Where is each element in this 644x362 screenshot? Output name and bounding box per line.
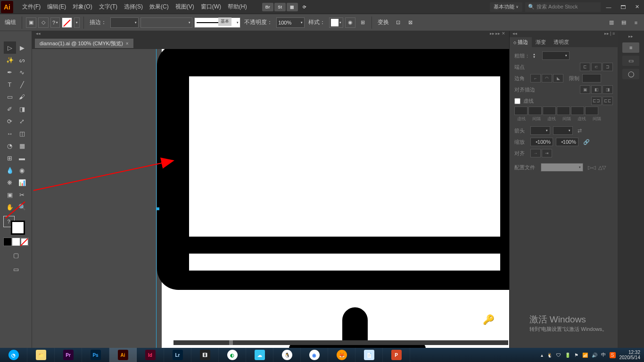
style-swatch[interactable]: ▾ bbox=[329, 17, 343, 28]
menu-view[interactable]: 视图(V) bbox=[172, 3, 198, 11]
cap-butt-icon[interactable]: ⊏ bbox=[580, 63, 590, 71]
task-chrome[interactable]: ◉ bbox=[301, 348, 328, 362]
tray-shield-icon[interactable]: 🛡 bbox=[556, 353, 561, 358]
corner-round-icon[interactable]: ◠ bbox=[542, 74, 552, 82]
panel-toggle-right-icon[interactable]: ▸▸ ▸▸ ✕ bbox=[490, 31, 505, 38]
transform-icon1[interactable]: ⊡ bbox=[393, 17, 403, 28]
menu-edit[interactable]: 编辑(E) bbox=[44, 3, 69, 11]
gap-1-input[interactable] bbox=[528, 107, 542, 115]
arrange-icon[interactable]: ▦ bbox=[287, 3, 298, 11]
eyedropper-tool[interactable]: 💧 bbox=[4, 164, 16, 176]
align-icon[interactable]: ⊞ bbox=[357, 17, 368, 28]
workspace-switcher[interactable]: 基本功能 ∨ bbox=[490, 2, 522, 12]
corner-bevel-icon[interactable]: ◣ bbox=[553, 74, 563, 82]
task-xunlei[interactable]: ◐ bbox=[219, 348, 246, 362]
profile-dropdown[interactable]: ▾ bbox=[541, 163, 583, 172]
arrow-align-2-icon[interactable]: ⇥ bbox=[542, 149, 552, 157]
task-qqbrowser[interactable]: ☁ bbox=[246, 348, 273, 362]
dash-2-input[interactable] bbox=[543, 107, 556, 115]
panel-toggle-icon[interactable]: ◂◂ bbox=[36, 31, 41, 38]
libraries-panel-icon[interactable]: ◯ bbox=[622, 69, 639, 79]
symbol-sprayer-tool[interactable]: ❋ bbox=[4, 176, 16, 189]
task-explorer[interactable]: 📁 bbox=[27, 348, 55, 362]
rectangle-tool[interactable]: ▭ bbox=[4, 90, 16, 103]
panel-menu-icon[interactable]: ≡ bbox=[631, 17, 641, 28]
tray-sogou-icon[interactable]: S bbox=[610, 352, 616, 358]
type-tool[interactable]: T bbox=[4, 78, 16, 90]
eraser-tool[interactable]: ◨ bbox=[16, 103, 28, 115]
transparency-panel-tab[interactable]: 透明度 bbox=[550, 37, 573, 47]
isolate-icon2[interactable]: ▤ bbox=[619, 17, 629, 28]
recolor-icon[interactable]: ◉ bbox=[345, 17, 355, 28]
dash-3-input[interactable] bbox=[571, 107, 584, 115]
lasso-tool[interactable]: ᔕ bbox=[16, 54, 28, 66]
panel-collapse-left-icon[interactable]: ◂◂ bbox=[512, 31, 517, 37]
flip-horiz-icon[interactable]: ▷◁ bbox=[588, 165, 595, 171]
shaper-tool[interactable]: ✐ bbox=[4, 103, 16, 115]
arrow-end-dropdown[interactable]: ▾ bbox=[553, 126, 573, 135]
transform-label[interactable]: 变换 bbox=[378, 18, 389, 26]
document-tab[interactable]: diannao(1).ai @ 100% (CMYK/预览) × bbox=[35, 39, 133, 48]
brush-dropdown[interactable]: ▾ bbox=[140, 17, 192, 28]
tray-qq-icon[interactable]: 🐧 bbox=[547, 353, 553, 358]
menu-select[interactable]: 选择(S) bbox=[121, 3, 146, 11]
selection-tool[interactable]: ▷ bbox=[4, 41, 16, 54]
fill-dropdown[interactable]: ▾ bbox=[74, 17, 80, 28]
tray-volume-icon[interactable]: 🔊 bbox=[592, 353, 597, 358]
bbox-icon[interactable]: ▣ bbox=[26, 17, 36, 28]
help-dropdown[interactable]: ?▾ bbox=[50, 17, 60, 28]
arrow-scale-2[interactable]: ◂100% bbox=[556, 138, 578, 146]
screen-mode-icon[interactable]: ▭ bbox=[10, 263, 22, 275]
width-tool[interactable]: ↔ bbox=[4, 127, 16, 140]
panel-collapse-right-icon[interactable]: ▸▸ | ≡ bbox=[604, 31, 615, 37]
draw-mode-icon[interactable]: ▢ bbox=[10, 249, 22, 261]
cap-round-icon[interactable]: ⊂ bbox=[591, 63, 602, 71]
task-illustrator[interactable]: Ai bbox=[109, 348, 137, 362]
gradient-panel-tab[interactable]: 渐变 bbox=[532, 37, 550, 47]
limit-input[interactable] bbox=[582, 74, 601, 82]
tray-date[interactable]: 2020/5/14 bbox=[619, 355, 641, 360]
tab-close-icon[interactable]: × bbox=[126, 41, 129, 46]
menu-effect[interactable]: 效果(C) bbox=[146, 3, 172, 11]
task-firefox[interactable]: 🦊 bbox=[328, 348, 355, 362]
gpu-icon[interactable]: ⟳ bbox=[299, 3, 310, 11]
tray-flag-icon[interactable]: ⚑ bbox=[574, 353, 578, 358]
isolate-icon[interactable]: ▥ bbox=[606, 17, 617, 28]
corner-miter-icon[interactable]: ⌐ bbox=[530, 74, 541, 82]
task-powerpoint[interactable]: P bbox=[383, 348, 410, 362]
task-photoshop[interactable]: Ps bbox=[82, 348, 109, 362]
arrow-scale-1[interactable]: ◂100% bbox=[530, 138, 553, 146]
canvas[interactable] bbox=[32, 49, 509, 354]
tray-time[interactable]: 12:32 bbox=[619, 350, 641, 355]
paintbrush-tool[interactable]: 🖌 bbox=[16, 90, 28, 103]
layers-panel-icon[interactable]: ▭ bbox=[622, 56, 639, 66]
curvature-tool[interactable]: ∿ bbox=[16, 66, 28, 78]
gap-2-input[interactable] bbox=[557, 107, 570, 115]
transform-icon2[interactable]: ⊠ bbox=[405, 17, 415, 28]
shape-builder-tool[interactable]: ◔ bbox=[4, 140, 16, 152]
menu-object[interactable]: 对象(O) bbox=[69, 3, 95, 11]
menu-text[interactable]: 文字(T) bbox=[96, 3, 121, 11]
pen-tool[interactable]: ✒ bbox=[4, 66, 16, 78]
stock-icon[interactable]: St bbox=[274, 3, 286, 11]
cap-square-icon[interactable]: ⊐ bbox=[603, 63, 613, 71]
task-media[interactable]: 🎞 bbox=[191, 348, 219, 362]
gradient-tool[interactable]: ▬ bbox=[16, 152, 28, 164]
task-360[interactable]: ◔ bbox=[0, 348, 27, 362]
arrow-align-1-icon[interactable]: → bbox=[530, 149, 541, 157]
bridge-icon[interactable]: Br bbox=[262, 3, 273, 11]
color-mode-toggle[interactable] bbox=[3, 238, 29, 247]
tray-ime-icon[interactable]: 中 bbox=[601, 352, 606, 358]
task-qq[interactable]: 🐧 bbox=[273, 348, 301, 362]
scale-tool[interactable]: ⤢ bbox=[16, 115, 28, 127]
menu-window[interactable]: 窗口(W) bbox=[198, 3, 224, 11]
perspective-tool[interactable]: ▦ bbox=[16, 140, 28, 152]
swap-arrows-icon[interactable]: ⇄ bbox=[578, 128, 582, 134]
gap-3-input[interactable] bbox=[585, 107, 598, 115]
maximize-button[interactable]: 🗖 bbox=[617, 3, 629, 11]
slice-tool[interactable]: ✂ bbox=[16, 189, 28, 201]
no-fill-icon[interactable] bbox=[62, 17, 72, 28]
properties-panel-icon[interactable]: ≡ bbox=[622, 42, 639, 53]
arrow-start-dropdown[interactable]: ▾ bbox=[530, 126, 550, 135]
dash-preserve-icon[interactable]: ⊏⊐ bbox=[591, 97, 602, 105]
